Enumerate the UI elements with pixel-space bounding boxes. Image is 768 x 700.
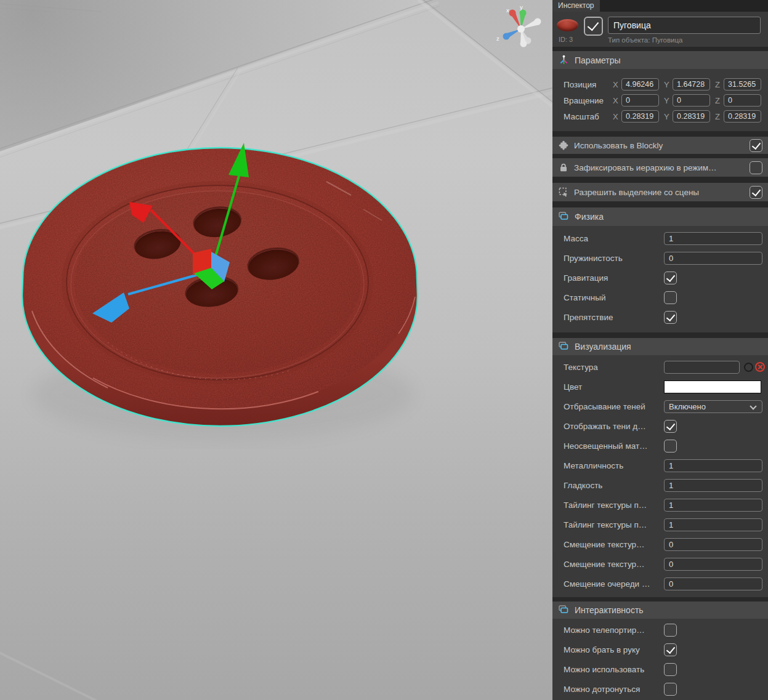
section-visualization-body: ТекстураЦветОтбрасывание тенейВключеноОт…: [552, 355, 768, 597]
property-label: Неосвещенный мат…: [564, 441, 664, 451]
section-interactivity-header[interactable]: Интерактивность: [552, 601, 768, 619]
scale-y-input[interactable]: 0.28319: [673, 110, 710, 123]
lock-hierarchy-toggle[interactable]: Зафиксировать иерархию в режим…: [552, 158, 768, 177]
property-label: Смещение текстур…: [564, 540, 664, 549]
separator: [552, 332, 768, 338]
clear-texture-icon[interactable]: [755, 362, 765, 372]
property-label: Можно телепортир…: [564, 626, 664, 635]
select-icon: [559, 187, 568, 197]
row-checkbox[interactable]: [664, 420, 677, 433]
row-checkbox[interactable]: [664, 311, 677, 324]
lock-icon: [559, 163, 568, 172]
object-thumbnail: [557, 19, 578, 31]
number-input[interactable]: 1: [664, 459, 762, 472]
axis-x-label: X: [613, 96, 621, 105]
property-row: Неосвещенный мат…: [552, 436, 768, 456]
scale-row: Масштаб X 0.28319 Y 0.28319 Z 0.28319: [552, 108, 768, 124]
position-x-input[interactable]: 4.96246: [621, 78, 659, 91]
rotation-y-input[interactable]: 0: [673, 94, 710, 107]
row-checkbox[interactable]: [664, 624, 677, 637]
section-title: Параметры: [575, 55, 621, 65]
section-physics-header[interactable]: Физика: [552, 207, 768, 226]
number-input[interactable]: 0: [664, 558, 762, 571]
property-row: Можно использовать: [552, 659, 768, 679]
editor-window: x y z Инспектор ID: 3 Пуговица Тип объек…: [0, 0, 768, 700]
scale-x-input[interactable]: 0.28319: [621, 110, 659, 123]
row-checkbox[interactable]: [664, 643, 677, 656]
row-checkbox[interactable]: [664, 663, 677, 676]
property-label: Текстура: [564, 363, 664, 372]
cards-icon: [559, 212, 569, 222]
separator: [552, 177, 768, 183]
number-input[interactable]: 1: [664, 479, 762, 492]
position-row: Позиция X 4.96246 Y 1.64728 Z 31.5265: [552, 76, 768, 92]
property-row: Смещение текстур…0: [552, 534, 768, 554]
property-row: Металличность1: [552, 456, 768, 475]
property-row: Препятствие: [552, 307, 768, 327]
property-label: Цвет: [564, 382, 664, 392]
row-label: Масштаб: [564, 112, 613, 121]
toggle-checkbox[interactable]: [750, 161, 762, 174]
row-checkbox[interactable]: [664, 683, 677, 696]
triad-label-x: x: [506, 7, 509, 14]
blockly-toggle[interactable]: Использовать в Blockly: [552, 137, 768, 154]
property-label: Отбрасывание теней: [564, 402, 664, 411]
axis-z-label: Z: [715, 96, 724, 105]
picker-circle-icon[interactable]: [744, 363, 753, 372]
3d-viewport[interactable]: x y z: [0, 0, 552, 700]
number-input[interactable]: 0: [664, 577, 762, 590]
axis-z-label: Z: [715, 112, 724, 121]
scale-z-input[interactable]: 0.28319: [724, 110, 761, 123]
triad-label-z: z: [496, 35, 499, 42]
section-parameters-header[interactable]: Параметры: [552, 51, 768, 69]
section-interactivity-body: Можно телепортир…Можно брать в рукуМожно…: [552, 619, 768, 699]
scene-selection-toggle[interactable]: Разрешить выделение со сцены: [552, 183, 768, 201]
number-input[interactable]: 0: [664, 538, 762, 551]
object-enabled-checkbox[interactable]: [584, 17, 603, 36]
row-checkbox[interactable]: [664, 440, 677, 453]
property-label: Тайлинг текстуры п…: [564, 501, 664, 510]
toggle-label: Разрешить выделение со сцены: [574, 188, 750, 197]
row-checkbox[interactable]: [664, 272, 677, 284]
toggle-label: Использовать в Blockly: [574, 141, 750, 150]
axis-x-label: X: [613, 112, 621, 121]
property-label: Смещение текстур…: [564, 560, 664, 569]
object-type-label: Тип объекта: Пуговица: [608, 36, 761, 44]
axis-y-label: Y: [664, 80, 673, 89]
section-title: Физика: [575, 212, 604, 222]
rotation-x-input[interactable]: 0: [621, 94, 659, 107]
tab-inspector[interactable]: Инспектор: [552, 0, 600, 12]
property-row: Смещение очереди …0: [552, 574, 768, 593]
object-id: ID: 3: [559, 36, 573, 43]
scene-canvas[interactable]: x y z: [0, 0, 552, 700]
row-checkbox[interactable]: [664, 291, 677, 304]
position-y-input[interactable]: 1.64728: [673, 78, 710, 91]
triad-label-y: y: [520, 4, 523, 10]
texture-input[interactable]: [664, 361, 740, 374]
toggle-checkbox[interactable]: [750, 139, 762, 152]
puzzle-icon: [559, 140, 568, 150]
property-label: Тайлинг текстуры п…: [564, 520, 664, 529]
shadow-casting-select[interactable]: Включено: [664, 400, 762, 413]
property-row: Можно дотронуться: [552, 679, 768, 699]
number-input[interactable]: 1: [664, 518, 762, 531]
number-input[interactable]: 1: [664, 499, 762, 512]
number-input[interactable]: 0: [664, 252, 762, 265]
property-label: Смещение очереди …: [564, 579, 664, 589]
property-label: Гладкость: [564, 481, 664, 490]
separator: [552, 201, 768, 207]
position-z-input[interactable]: 31.5265: [724, 78, 761, 91]
section-visualization-header[interactable]: Визуализация: [552, 338, 768, 355]
rotation-z-input[interactable]: 0: [724, 94, 761, 107]
property-label: Можно брать в руку: [564, 645, 664, 654]
object-name-input[interactable]: Пуговица: [608, 17, 761, 34]
property-row: Смещение текстур…0: [552, 554, 768, 574]
toggle-checkbox[interactable]: [750, 186, 762, 199]
color-swatch[interactable]: [664, 380, 761, 393]
property-row: Тайлинг текстуры п…1: [552, 515, 768, 534]
number-input[interactable]: 1: [664, 232, 762, 245]
property-label: Можно дотронуться: [564, 685, 664, 694]
axis-y-label: Y: [664, 112, 673, 121]
inspector-panel: Инспектор ID: 3 Пуговица Тип объекта: Пу…: [552, 0, 768, 700]
property-row: Можно брать в руку: [552, 640, 768, 659]
